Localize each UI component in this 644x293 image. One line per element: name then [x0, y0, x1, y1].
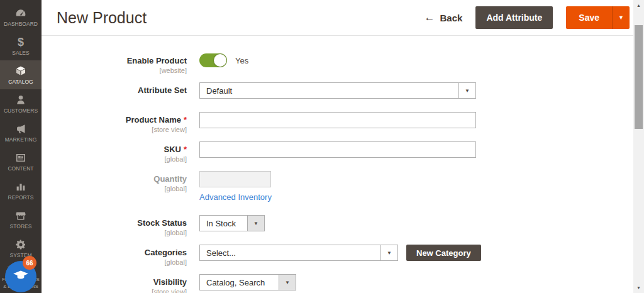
save-button[interactable]: Save	[566, 6, 612, 29]
product-name-row: Product Name* [store view]	[42, 112, 633, 141]
visibility-select[interactable]: Catalog, Search ▼	[199, 274, 296, 290]
sidebar-item-stores[interactable]: STORES	[0, 205, 42, 234]
stores-icon	[14, 209, 27, 222]
back-button[interactable]: ← Back	[425, 11, 463, 24]
scrollbar-thumb[interactable]	[635, 25, 643, 129]
advanced-inventory-link[interactable]: Advanced Inventory	[199, 192, 272, 202]
enable-product-row: Enable Product [website] Yes	[42, 53, 633, 82]
sidebar-item-label: CATALOG	[8, 79, 33, 85]
page-header: New Product ← Back Add Attribute Save ▼	[42, 0, 633, 36]
chevron-down-icon: ▼	[279, 275, 296, 290]
sidebar-item-catalog[interactable]: CATALOG	[0, 60, 42, 89]
sidebar-item-label: REPORTS	[8, 195, 34, 201]
required-asterisk: *	[184, 115, 187, 124]
content-icon	[14, 152, 27, 164]
categories-row: Categories [global] Select... ▼ New Cate…	[42, 245, 633, 274]
stock-status-label: Stock Status	[42, 218, 187, 228]
sidebar-item-label: STORES	[10, 224, 32, 229]
back-arrow-icon: ←	[425, 11, 435, 24]
quantity-input	[199, 171, 271, 187]
sku-row: SKU* [global]	[42, 141, 633, 171]
reports-icon	[14, 180, 27, 193]
notification-badge[interactable]: 66	[23, 256, 36, 270]
sku-input[interactable]	[199, 141, 476, 158]
categories-select[interactable]: Select... ▼	[199, 245, 398, 261]
catalog-icon	[14, 65, 27, 77]
back-label: Back	[440, 13, 463, 23]
sidebar-item-label: CONTENT	[8, 166, 33, 172]
sidebar-item-reports[interactable]: REPORTS	[0, 176, 42, 205]
visibility-scope: [store view]	[42, 288, 187, 293]
toggle-knob	[214, 54, 226, 67]
scroll-down-icon: ▼	[636, 285, 641, 290]
attribute-set-select[interactable]: Default ▼	[199, 82, 476, 99]
page-title: New Product	[57, 9, 147, 27]
product-name-input[interactable]	[199, 112, 476, 128]
quantity-label: Quantity	[42, 174, 187, 184]
enable-product-toggle-label: Yes	[235, 56, 248, 65]
attribute-set-row: Attribute Set Default ▼	[42, 82, 633, 112]
save-split-button: Save ▼	[566, 6, 630, 29]
required-asterisk: *	[184, 145, 187, 154]
add-attribute-button[interactable]: Add Attribute	[475, 6, 553, 29]
enable-product-toggle[interactable]	[199, 53, 227, 67]
sku-label: SKU*	[42, 145, 187, 155]
sidebar-item-content[interactable]: CONTENT	[0, 147, 42, 176]
visibility-row: Visibility [store view] Catalog, Search …	[42, 274, 633, 293]
new-product-form: Enable Product [website] Yes Attribute S…	[42, 36, 633, 293]
sku-scope: [global]	[42, 155, 187, 163]
attribute-set-label: Attribute Set	[42, 86, 187, 96]
chevron-down-icon: ▼	[618, 14, 624, 21]
stock-status-row: Stock Status [global] In Stock ▼	[42, 215, 633, 245]
sidebar-item-dashboard[interactable]: DASHBOARD	[0, 3, 42, 31]
stock-status-scope: [global]	[42, 229, 187, 236]
categories-label: Categories	[42, 248, 187, 258]
scroll-up-icon: ▲	[636, 3, 641, 8]
visibility-label: Visibility	[42, 277, 187, 287]
sidebar-item-label: DASHBOARD	[4, 21, 38, 27]
header-actions: ← Back Add Attribute Save ▼	[425, 6, 630, 29]
marketing-icon	[14, 123, 27, 135]
categories-scope: [global]	[42, 258, 187, 266]
new-category-button[interactable]: New Category	[406, 245, 481, 261]
vertical-scrollbar[interactable]: ▲ ▼	[633, 0, 644, 293]
sidebar-item-marketing[interactable]: MARKETING	[0, 118, 42, 147]
graduation-cap-icon	[12, 267, 30, 287]
quantity-scope: [global]	[42, 185, 187, 192]
product-name-scope: [store view]	[42, 126, 187, 133]
sidebar-item-sales[interactable]: $ SALES	[0, 31, 42, 60]
enable-product-label: Enable Product	[42, 56, 187, 66]
stock-status-select[interactable]: In Stock ▼	[199, 215, 265, 231]
sidebar: DASHBOARD $ SALES CATALOG CUSTOMERS MARK…	[0, 0, 42, 293]
dashboard-icon	[14, 7, 27, 19]
sidebar-item-label: SALES	[12, 50, 29, 56]
product-name-label: Product Name*	[42, 115, 187, 125]
customers-icon	[14, 94, 27, 106]
chevron-down-icon: ▼	[247, 216, 264, 231]
scroll-up-button[interactable]: ▲	[633, 0, 644, 11]
sales-icon: $	[18, 36, 24, 48]
sidebar-item-customers[interactable]: CUSTOMERS	[0, 89, 42, 118]
sidebar-item-label: CUSTOMERS	[4, 108, 38, 114]
enable-product-scope: [website]	[42, 67, 187, 74]
save-dropdown-button[interactable]: ▼	[612, 6, 630, 29]
chevron-down-icon: ▼	[380, 245, 397, 260]
scroll-down-button[interactable]: ▼	[633, 282, 644, 293]
system-icon	[14, 238, 27, 251]
sidebar-item-label: MARKETING	[5, 137, 37, 143]
quantity-row: Quantity [global] Advanced Inventory	[42, 171, 633, 215]
chevron-down-icon: ▼	[458, 83, 475, 98]
